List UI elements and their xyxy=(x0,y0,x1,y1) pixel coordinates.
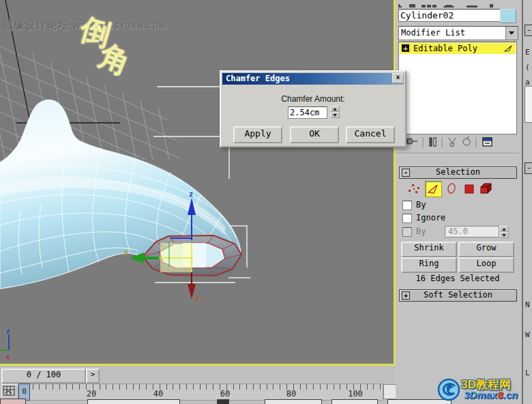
tick-label: 20 xyxy=(81,389,102,399)
cancel-button[interactable]: Cancel xyxy=(346,126,395,143)
logo-spiral-icon xyxy=(437,377,461,401)
faucet-model[interactable]: z Y x xyxy=(0,100,241,302)
selection-header-label: Selection xyxy=(436,167,480,177)
clipped-text-fragment: E xyxy=(525,48,530,57)
clipped-text-fragment: W xyxy=(525,330,530,339)
status-partial-box xyxy=(217,399,229,404)
watermark-site-name: 思缘设计论坛 xyxy=(3,19,69,31)
edge-subobject-flag-icon xyxy=(503,44,513,53)
modifier-list-dropdown[interactable]: Modifier List xyxy=(398,26,518,40)
site-logo: 3D教程网 3Dmax8.cn xyxy=(437,377,532,404)
gizmo-y-label: Y xyxy=(124,250,128,257)
frame-ticks xyxy=(19,384,383,390)
next-frame-button[interactable]: > xyxy=(86,369,100,384)
tick-label: 60 xyxy=(215,389,235,399)
apply-button[interactable]: Apply xyxy=(233,126,282,143)
close-icon[interactable]: × xyxy=(392,73,404,83)
adjacent-panel-column-edge: - - E ( a N W L xyxy=(522,0,532,404)
selection-status-text: 16 Edges Selected xyxy=(396,274,520,283)
logo-url-text[interactable]: 3Dmax8.cn xyxy=(464,389,518,401)
configure-modifier-sets-icon xyxy=(483,138,492,146)
time-slider-display[interactable]: 0 / 100 xyxy=(1,369,86,384)
world-axis-z-label: z xyxy=(6,328,10,334)
panel-divider xyxy=(396,153,520,154)
angle-spinner[interactable] xyxy=(499,226,509,238)
by-angle-label: By xyxy=(416,227,426,236)
spinner-down-icon[interactable] xyxy=(330,112,340,118)
gizmo-z-label: z xyxy=(189,190,193,198)
chevron-down-icon[interactable] xyxy=(505,27,518,40)
object-name-field[interactable]: Cylinder02 xyxy=(398,9,501,22)
edge-mode-icon-active[interactable] xyxy=(425,181,442,197)
world-axis-tripod: z x xyxy=(0,328,10,360)
border-mode-icon[interactable] xyxy=(444,181,460,196)
status-partial-box xyxy=(331,399,378,404)
chamfer-amount-label: Chamfer Amount: xyxy=(221,94,405,104)
loop-button[interactable]: Loop xyxy=(458,257,514,273)
polygon-mode-icon[interactable] xyxy=(462,181,477,196)
tick-label: 100 xyxy=(345,389,366,399)
status-partial-box xyxy=(87,399,180,404)
dialog-title-text: Chamfer Edges xyxy=(226,74,290,83)
clipped-text-fragment: ( xyxy=(525,63,530,72)
collapse-minus-icon: - xyxy=(524,25,532,36)
partial-field xyxy=(524,86,532,123)
soft-selection-header-label: Soft Selection xyxy=(424,290,492,300)
spinner-up-icon[interactable] xyxy=(330,106,340,112)
motion-tab-icon xyxy=(443,5,454,8)
collapse-minus-icon: - xyxy=(524,162,532,174)
create-tab-icon xyxy=(398,3,402,8)
ring-button[interactable]: Ring xyxy=(401,257,457,273)
track-bar-end-box xyxy=(383,384,396,399)
by-angle-checkbox[interactable] xyxy=(402,227,412,237)
chamfer-amount-input[interactable] xyxy=(288,106,327,119)
modifier-stack-list[interactable]: + Editable Poly xyxy=(398,42,517,134)
clipped-text-fragment: N xyxy=(525,300,530,309)
viewport-3d-scene: z Y x z x xyxy=(0,0,394,364)
spinner-up-icon[interactable] xyxy=(499,226,509,232)
modifier-list-label: Modifier List xyxy=(401,28,465,38)
dialog-title-bar[interactable]: Chamfer Edges xyxy=(222,73,404,85)
object-color-swatch[interactable] xyxy=(500,9,516,23)
make-unique-icon xyxy=(449,138,456,147)
modifier-stack-toolbar xyxy=(398,135,516,149)
stack-item-editable-poly[interactable]: + Editable Poly xyxy=(400,43,516,54)
chamfer-edges-dialog: Chamfer Edges × Chamfer Amount: Apply OK… xyxy=(220,70,407,147)
amount-spinner[interactable] xyxy=(330,106,340,118)
stack-item-label: Editable Poly xyxy=(413,43,477,54)
remove-modifier-icon xyxy=(463,136,470,145)
vertex-mode-icon[interactable] xyxy=(406,181,422,196)
status-partial-box xyxy=(265,399,322,404)
gizmo-x-label: x xyxy=(195,295,199,302)
spinner-down-icon[interactable] xyxy=(499,232,509,238)
element-mode-icon[interactable] xyxy=(478,181,494,196)
modify-tab-icon xyxy=(409,4,415,8)
grow-button[interactable]: Grow xyxy=(458,242,514,257)
by-vertex-checkbox[interactable] xyxy=(402,201,412,210)
by-vertex-label: By xyxy=(416,201,426,210)
command-panel-tabs[interactable] xyxy=(396,0,520,8)
utilities-tab-icon xyxy=(490,4,493,8)
clipped-text-fragment: a xyxy=(525,78,530,87)
tick-label: 40 xyxy=(148,389,168,399)
perspective-viewport[interactable]: z Y x z x 思缘设计论坛WWW.MISSYUAN.COM 倒 xyxy=(0,0,396,366)
ok-button[interactable]: OK xyxy=(290,126,339,143)
command-panel: Cylinder02 Modifier List + Editable Poly xyxy=(396,0,532,404)
expand-plus-icon[interactable]: + xyxy=(402,44,409,52)
shrink-button[interactable]: Shrink xyxy=(401,242,457,257)
expand-plus-icon[interactable]: + xyxy=(402,291,410,300)
ignore-backfacing-checkbox[interactable] xyxy=(402,214,412,223)
selection-rollout-header[interactable]: - Selection xyxy=(399,167,517,179)
collapse-minus-icon[interactable]: - xyxy=(402,169,410,177)
show-end-result-icon xyxy=(430,138,436,146)
angle-value-field[interactable]: 45.0 xyxy=(445,226,499,237)
status-partial-box xyxy=(0,399,26,404)
world-axis-x-label: x xyxy=(6,354,10,360)
display-tab-icon xyxy=(467,5,477,8)
ignore-backfacing-label: Ignore xyxy=(416,214,445,222)
tick-label: 80 xyxy=(281,389,301,399)
soft-selection-rollout-header[interactable]: + Soft Selection xyxy=(399,289,517,302)
pin-stack-icon xyxy=(407,139,417,144)
application-window: z Y x z x 思缘设计论坛WWW.MISSYUAN.COM 倒 xyxy=(0,0,532,404)
